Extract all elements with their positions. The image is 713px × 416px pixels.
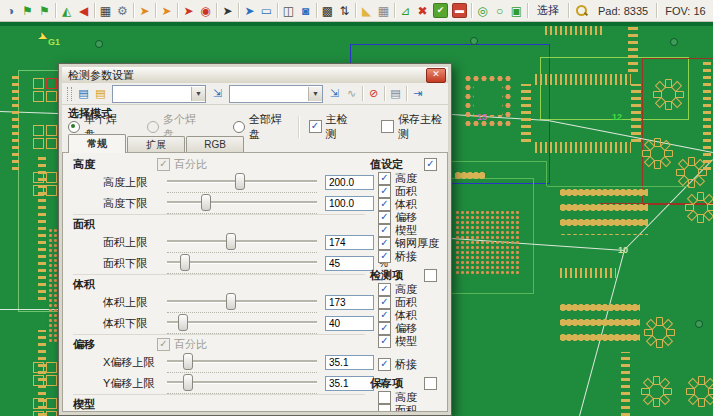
apply-profile-icon-1[interactable]: ⇲: [209, 86, 226, 102]
slider-高度下限[interactable]: [167, 193, 319, 214]
close-icon[interactable]: ✕: [426, 68, 446, 83]
slider-X偏移上限[interactable]: [167, 352, 319, 373]
checkbox-icon[interactable]: ✓: [378, 283, 391, 296]
target-icon[interactable]: ◎: [474, 2, 491, 19]
slider-track[interactable]: [167, 300, 317, 303]
tab-常规[interactable]: 常规: [68, 134, 126, 153]
radio-icon[interactable]: [68, 121, 80, 133]
checkbox-icon[interactable]: ✓: [378, 296, 391, 309]
minus-icon[interactable]: ▬: [452, 3, 467, 18]
tools-icon[interactable]: ⚙: [114, 2, 131, 19]
check-item-桥接[interactable]: ✓桥接: [378, 250, 447, 263]
slider-thumb[interactable]: [226, 293, 236, 310]
dialog-titlebar[interactable]: 检测参数设置 ✕: [62, 67, 448, 83]
profile-combo-2[interactable]: ▼: [229, 85, 323, 103]
apply-profile-icon-2[interactable]: ⇲: [326, 86, 343, 102]
master-checkbox[interactable]: [424, 269, 437, 282]
radio-icon[interactable]: [233, 121, 245, 133]
pin-red-icon[interactable]: ◉: [197, 2, 214, 19]
slider-高度上限[interactable]: [167, 172, 319, 193]
checkbox-icon[interactable]: ✓: [378, 185, 391, 198]
grid-icon[interactable]: ▦: [375, 2, 392, 19]
slider-track[interactable]: [167, 261, 317, 264]
check-item-面积[interactable]: 面积: [378, 404, 447, 412]
partial-icon[interactable]: ◑: [2, 2, 19, 19]
save-profile-icon[interactable]: ▤: [92, 86, 109, 102]
checkbox-icon[interactable]: [378, 404, 391, 412]
checkbox-icon[interactable]: ✓: [378, 250, 391, 263]
chart-icon[interactable]: ⊿: [397, 2, 414, 19]
slider-面积上限[interactable]: [167, 232, 319, 253]
pad-count-label: Pad: 8335: [592, 5, 654, 17]
slider-track[interactable]: [167, 180, 317, 183]
checkbox-icon[interactable]: ✓: [378, 211, 391, 224]
stats-icon[interactable]: ∿: [343, 86, 360, 102]
square-dot-icon[interactable]: ▣: [508, 2, 525, 19]
profile-combo-1[interactable]: ▼: [112, 85, 206, 103]
slider-track[interactable]: [167, 321, 317, 324]
chevron-down-icon[interactable]: ▼: [191, 87, 205, 101]
checkbox-icon[interactable]: ✓: [378, 172, 391, 185]
check-icon[interactable]: ✔: [433, 3, 448, 18]
slider-thumb[interactable]: [183, 353, 193, 370]
checkbox-icon[interactable]: ✓: [378, 358, 391, 371]
checkbox-icon[interactable]: [381, 120, 394, 133]
pin-dark-icon[interactable]: ➤: [219, 2, 236, 19]
magnifier-icon[interactable]: [575, 4, 588, 17]
slider-row-X偏移上限: X偏移上限%: [73, 352, 365, 373]
camera-grid-icon[interactable]: ▦: [97, 2, 114, 19]
slider-Y偏移上限[interactable]: [167, 373, 319, 394]
radio-icon[interactable]: [147, 121, 159, 133]
delete-icon[interactable]: ✖: [414, 2, 431, 19]
tab-RGB[interactable]: RGB: [186, 136, 244, 153]
select-button[interactable]: 选择: [530, 3, 566, 18]
ruler-icon[interactable]: ◣: [358, 2, 375, 19]
tab-扩展[interactable]: 扩展: [127, 136, 185, 153]
sort-az-icon[interactable]: ⇅: [336, 2, 353, 19]
dart-red-icon[interactable]: ➤: [180, 2, 197, 19]
slider-track[interactable]: [167, 201, 317, 204]
block-icon[interactable]: ⊘: [365, 86, 382, 102]
master-checkbox[interactable]: [424, 377, 437, 390]
save-icon[interactable]: ▤: [387, 86, 404, 102]
checkbox-icon[interactable]: [378, 391, 391, 404]
slider-thumb[interactable]: [180, 254, 190, 271]
checkbox-icon[interactable]: ✓: [309, 120, 322, 133]
dart-blue-icon[interactable]: ➤: [241, 2, 258, 19]
slider-track[interactable]: [167, 360, 317, 363]
slider-体积上限[interactable]: [167, 292, 319, 313]
slider-面积下限[interactable]: [167, 253, 319, 274]
checkbox-icon[interactable]: ✓: [378, 322, 391, 335]
camera-icon[interactable]: ◙: [297, 2, 314, 19]
slider-thumb[interactable]: [178, 314, 188, 331]
slider-thumb[interactable]: [235, 173, 245, 190]
flag-green-icon-1[interactable]: ⚑: [19, 2, 36, 19]
checkbox-icon[interactable]: ✓: [378, 198, 391, 211]
checkbox-icon[interactable]: ✓: [378, 237, 391, 250]
check-item-桥接[interactable]: ✓桥接: [378, 358, 447, 371]
check-item-楔型[interactable]: ✓楔型: [378, 335, 447, 348]
chevron-down-icon[interactable]: ▼: [308, 87, 322, 101]
master-checkbox[interactable]: ✓: [424, 158, 437, 171]
dart-orange-icon-2[interactable]: ➤: [158, 2, 175, 19]
checkbox-icon[interactable]: ✓: [378, 335, 391, 348]
load-profile-icon[interactable]: ▤: [75, 86, 92, 102]
horn-icon[interactable]: ◀: [75, 2, 92, 19]
flag-green-icon-2[interactable]: ⚑: [36, 2, 53, 19]
slider-track[interactable]: [167, 381, 317, 384]
slider-track[interactable]: [167, 240, 317, 243]
dart-orange-icon-1[interactable]: ➤: [136, 2, 153, 19]
slider-体积下限[interactable]: [167, 313, 319, 334]
circle-icon[interactable]: ○: [491, 2, 508, 19]
slider-row-高度上限: 高度上限%: [73, 172, 365, 193]
grid-circle-icon[interactable]: ◫: [280, 2, 297, 19]
slider-thumb[interactable]: [226, 233, 236, 250]
triangle-flag-icon[interactable]: ◭: [58, 2, 75, 19]
slider-thumb[interactable]: [183, 374, 193, 391]
exit-icon[interactable]: ⇥: [409, 86, 426, 102]
slider-thumb[interactable]: [201, 194, 211, 211]
tiles-icon[interactable]: ▩: [319, 2, 336, 19]
checkbox-icon[interactable]: ✓: [378, 224, 391, 237]
checkbox-icon[interactable]: ✓: [378, 309, 391, 322]
select-rect-icon[interactable]: ▭: [258, 2, 275, 19]
